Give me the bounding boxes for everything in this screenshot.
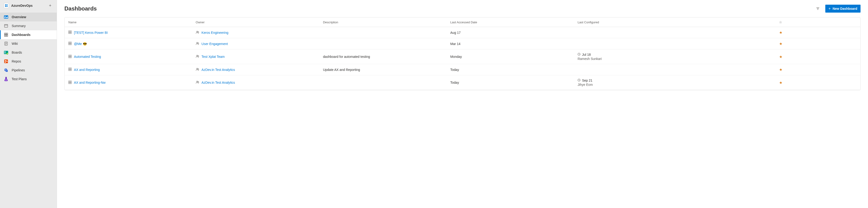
svg-point-46 xyxy=(198,56,199,57)
svg-rect-43 xyxy=(69,57,70,58)
wiki-icon xyxy=(4,41,8,46)
dashboard-icon xyxy=(68,42,72,46)
dashboard-name-link[interactable]: AX and Reporting-Nw xyxy=(74,81,105,84)
owner-link[interactable]: Keros Engineering xyxy=(202,31,228,35)
page-header: Dashboards + New Dashboard xyxy=(64,5,861,12)
star-icon[interactable]: ★ xyxy=(779,55,782,59)
sidebar-item-overview[interactable]: Overview xyxy=(0,12,57,22)
svg-rect-30 xyxy=(70,31,71,32)
svg-rect-31 xyxy=(69,32,70,34)
sidebar-item-boards[interactable]: Boards xyxy=(0,48,57,57)
clock-icon xyxy=(578,78,581,82)
new-dashboard-button[interactable]: + New Dashboard xyxy=(825,5,861,12)
nav-label: Repos xyxy=(12,60,21,63)
nav-label: Overview xyxy=(12,15,26,19)
team-icon xyxy=(196,80,199,84)
header-actions: + New Dashboard xyxy=(814,5,861,12)
svg-point-23 xyxy=(5,69,6,70)
dashboards-icon xyxy=(4,32,8,37)
svg-rect-41 xyxy=(69,55,70,56)
dashboard-icon xyxy=(68,31,72,35)
svg-rect-50 xyxy=(69,69,70,71)
svg-rect-10 xyxy=(6,35,8,36)
star-icon[interactable]: ★ xyxy=(779,81,782,84)
table-row[interactable]: AX and Reporting AzDev.in Test Analytics… xyxy=(65,64,860,75)
col-last-accessed[interactable]: Last Accessed Date xyxy=(446,18,574,27)
dashboard-name-link[interactable]: AX and Reporting xyxy=(74,68,100,72)
svg-rect-2 xyxy=(4,17,5,18)
svg-rect-8 xyxy=(6,33,8,35)
svg-rect-57 xyxy=(70,82,71,83)
svg-rect-42 xyxy=(70,55,71,56)
configured-cell: Jul 18 Ramesh Sunkari xyxy=(578,53,698,61)
summary-icon xyxy=(4,24,8,28)
svg-rect-37 xyxy=(69,44,70,45)
dashboard-name-link[interactable]: @Me 😎 xyxy=(74,42,87,46)
svg-point-33 xyxy=(196,31,198,32)
repos-icon xyxy=(4,59,8,64)
star-icon[interactable]: ★ xyxy=(779,68,782,72)
configured-date: Jul 18 xyxy=(582,53,591,57)
svg-point-59 xyxy=(198,81,199,82)
team-icon xyxy=(196,55,199,59)
col-name[interactable]: Name xyxy=(65,18,192,27)
svg-rect-51 xyxy=(70,69,71,71)
svg-point-58 xyxy=(196,81,198,82)
owner-link[interactable]: AzDev.in Test Analytics xyxy=(202,81,235,84)
svg-point-45 xyxy=(196,55,198,56)
configured-cell: Sep 21 Jihye Eom xyxy=(578,78,698,86)
table-row[interactable]: AX and Reporting-Nw AzDev.in Test Analyt… xyxy=(65,75,860,90)
sidebar-item-summary[interactable]: Summary xyxy=(0,22,57,30)
svg-rect-3 xyxy=(6,17,7,18)
svg-rect-32 xyxy=(70,32,71,34)
sidebar-item-wiki[interactable]: Wiki xyxy=(0,39,57,48)
svg-point-21 xyxy=(5,62,6,63)
svg-point-25 xyxy=(5,79,7,81)
table-row[interactable]: [TEST] Keros Power BI Keros Engineering … xyxy=(65,27,860,38)
project-name[interactable]: AzureDevOps xyxy=(11,4,48,7)
svg-rect-38 xyxy=(70,44,71,45)
table-row[interactable]: @Me 😎 User Engagement Mar 14 ★ xyxy=(65,38,860,49)
dashboard-icon xyxy=(68,55,72,59)
svg-point-39 xyxy=(196,42,198,43)
svg-point-40 xyxy=(198,42,199,43)
table-row[interactable]: Automated Testing Test Xplat Team dashbo… xyxy=(65,49,860,64)
col-favorite[interactable]: ☆ xyxy=(701,18,860,27)
svg-point-20 xyxy=(5,60,6,61)
star-icon[interactable]: ★ xyxy=(779,42,782,46)
sidebar-item-pipelines[interactable]: Pipelines xyxy=(0,66,57,75)
nav-label: Wiki xyxy=(12,42,18,45)
col-owner[interactable]: Owner xyxy=(192,18,319,27)
owner-link[interactable]: Test Xplat Team xyxy=(202,55,225,59)
svg-rect-49 xyxy=(70,68,71,69)
add-button[interactable]: + xyxy=(48,3,53,8)
svg-rect-24 xyxy=(5,77,7,77)
sidebar-item-dashboards[interactable]: Dashboards xyxy=(0,30,57,39)
main-content: Dashboards + New Dashboard Name Owner De… xyxy=(57,0,868,208)
owner-link[interactable]: User Engagement xyxy=(202,42,228,46)
configured-by: Jihye Eom xyxy=(578,83,698,86)
clock-icon xyxy=(578,53,581,57)
description-cell: Update AX and Reporting xyxy=(319,64,446,75)
svg-rect-54 xyxy=(69,81,70,82)
nav-label: Summary xyxy=(12,24,26,28)
filter-button[interactable] xyxy=(814,5,821,12)
col-description[interactable]: Description xyxy=(319,18,446,27)
col-last-configured[interactable]: Last Configured xyxy=(574,18,701,27)
owner-link[interactable]: AzDev.in Test Analytics xyxy=(202,68,235,72)
svg-rect-35 xyxy=(69,42,70,43)
svg-rect-1 xyxy=(4,16,6,16)
svg-rect-55 xyxy=(70,81,71,82)
sidebar-item-test-plans[interactable]: Test Plans xyxy=(0,75,57,83)
svg-rect-29 xyxy=(69,31,70,32)
nav-list: Overview Summary Dashboards Wiki xyxy=(0,12,57,83)
table-header-row: Name Owner Description Last Accessed Dat… xyxy=(65,18,860,27)
svg-rect-56 xyxy=(69,82,70,83)
star-icon[interactable]: ★ xyxy=(779,31,782,35)
description-cell xyxy=(319,27,446,38)
sidebar-item-repos[interactable]: Repos xyxy=(0,57,57,66)
nav-label: Boards xyxy=(12,50,22,54)
svg-rect-9 xyxy=(4,35,6,36)
dashboard-name-link[interactable]: [TEST] Keros Power BI xyxy=(74,31,108,35)
dashboard-name-link[interactable]: Automated Testing xyxy=(74,55,101,59)
